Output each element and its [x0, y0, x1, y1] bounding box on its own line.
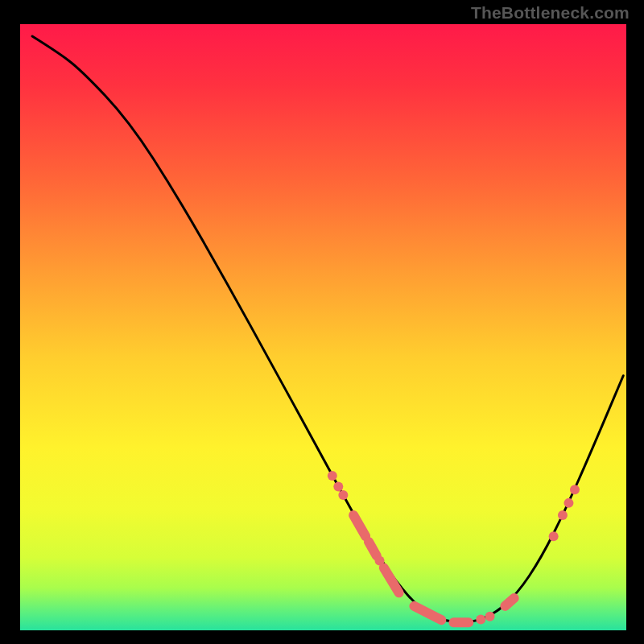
marker-dot: [338, 490, 348, 500]
marker-pill: [505, 598, 514, 606]
marker-dot: [570, 485, 580, 494]
marker-dot: [333, 482, 343, 492]
marker-dot: [558, 510, 568, 520]
app-frame: TheBottleneck.com: [0, 0, 644, 644]
watermark-text: TheBottleneck.com: [471, 3, 630, 23]
marker-dot: [564, 498, 573, 508]
marker-pill: [369, 542, 377, 555]
chart-svg: [20, 24, 626, 630]
marker-dot: [549, 531, 559, 541]
bottleneck-chart: [20, 24, 626, 630]
marker-dot: [328, 471, 337, 481]
marker-dot: [485, 612, 495, 621]
gradient-background: [20, 24, 626, 630]
marker-dot: [476, 614, 485, 624]
